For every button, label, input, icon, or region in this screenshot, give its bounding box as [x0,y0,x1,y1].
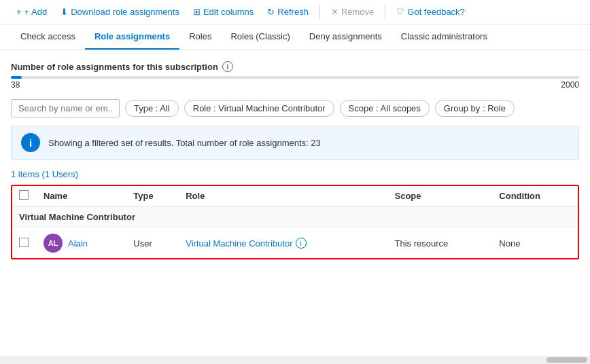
role-info-icon[interactable]: i [296,238,307,249]
remove-label: Remove [341,7,374,17]
page-wrapper: + + Add ⬇ Download role assignments ⊞ Ed… [0,0,590,364]
col-checkbox [12,186,37,206]
header-checkbox[interactable] [19,190,29,200]
user-name-link[interactable]: Alain [68,238,88,249]
progress-fill [11,76,22,79]
banner-text: Showing a filtered set of results. Total… [48,138,321,148]
progress-labels: 38 2000 [11,80,579,90]
remove-icon: ✕ [331,7,339,17]
tab-check-access[interactable]: Check access [11,24,85,50]
col-condition: Condition [492,186,578,206]
scrollbar-thumb[interactable] [546,357,587,363]
refresh-label: Refresh [277,7,309,17]
toolbar: + + Add ⬇ Download role assignments ⊞ Ed… [0,0,590,24]
tab-role-assignments[interactable]: Role assignments [85,24,179,50]
items-count: 1 items (1 Users) [11,169,579,179]
row-checkbox[interactable] [19,238,29,247]
search-input[interactable] [11,99,120,117]
progress-container: 38 2000 [11,76,579,90]
refresh-icon: ↻ [267,7,275,17]
download-label: Download role assignments [71,7,179,17]
role-filter-chip[interactable]: Role : Virtual Machine Contributor [184,100,334,117]
progress-current: 38 [11,80,20,90]
feedback-label: Got feedback? [407,7,465,17]
col-name: Name [37,186,126,206]
col-type: Type [126,186,179,206]
col-scope: Scope [388,186,493,206]
row-name-cell: AL Alain [37,228,126,259]
heart-icon: ♡ [396,7,404,17]
role-link[interactable]: Virtual Machine Contributor i [186,238,381,249]
row-role-cell: Virtual Machine Contributor i [179,228,387,259]
main-content: Number of role assignments for this subs… [0,50,590,259]
name-cell: AL Alain [44,234,120,253]
horizontal-scrollbar[interactable] [0,356,590,364]
tabs-bar: Check access Role assignments Roles Role… [0,24,590,50]
remove-button[interactable]: ✕ Remove [326,4,379,20]
row-scope-cell: This resource [388,228,493,259]
section-title-row: Number of role assignments for this subs… [11,61,579,72]
table-wrapper: Name Type Role Scope Condition [11,185,579,259]
edit-columns-button[interactable]: ⊞ Edit columns [188,4,259,20]
edit-columns-label: Edit columns [203,7,254,17]
separator-1 [319,5,320,19]
groupby-filter-chip[interactable]: Group by : Role [435,100,515,117]
download-button[interactable]: ⬇ Download role assignments [55,4,185,20]
avatar: AL [44,234,63,253]
tab-roles-classic[interactable]: Roles (Classic) [221,24,299,50]
add-button[interactable]: + + Add [11,4,52,20]
info-icon[interactable]: i [222,61,233,72]
progress-track [11,76,579,79]
row-condition-cell: None [492,228,578,259]
table-row: AL Alain User Virtu [12,228,578,259]
feedback-button[interactable]: ♡ Got feedback? [391,4,470,20]
row-checkbox-cell [12,228,37,259]
separator-2 [385,5,385,19]
row-type-cell: User [126,228,179,259]
type-filter-chip[interactable]: Type : All [125,100,179,117]
progress-max: 2000 [561,80,579,90]
download-icon: ⬇ [60,7,68,17]
add-label: + Add [24,7,48,17]
columns-icon: ⊞ [193,7,201,17]
group-label: Virtual Machine Contributor [12,206,578,228]
table-header: Name Type Role Scope Condition [12,186,578,206]
scope-filter-chip[interactable]: Scope : All scopes [340,100,430,117]
tab-classic-admin[interactable]: Classic administrators [392,24,497,50]
tab-roles[interactable]: Roles [179,24,221,50]
section-title-text: Number of role assignments for this subs… [11,62,218,72]
group-row: Virtual Machine Contributor [12,206,578,228]
col-role: Role [179,186,387,206]
role-assignments-table: Name Type Role Scope Condition [12,186,578,258]
refresh-button[interactable]: ↻ Refresh [262,4,314,20]
info-banner: i Showing a filtered set of results. Tot… [11,126,579,160]
plus-icon: + [16,7,22,17]
banner-info-icon: i [21,133,40,152]
tab-deny-assignments[interactable]: Deny assignments [300,24,392,50]
filters-row: Type : All Role : Virtual Machine Contri… [11,99,579,117]
